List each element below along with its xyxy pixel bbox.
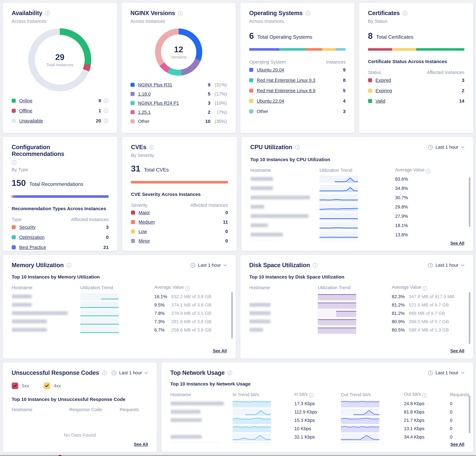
hostname-blurred[interactable] (12, 311, 80, 316)
card-subtitle: By Severity (131, 153, 228, 158)
major-link[interactable]: Major (138, 210, 150, 215)
os-link[interactable]: Ubuntu 20.04 (257, 67, 284, 73)
hostname-blurred[interactable] (170, 442, 233, 443)
hostname-blurred[interactable] (12, 327, 80, 333)
filter-5xx[interactable]: 5xx (12, 382, 29, 389)
hostname-blurred[interactable] (249, 311, 318, 316)
hostname-blurred[interactable] (250, 232, 320, 238)
expiring-link[interactable]: Expiring (375, 88, 392, 93)
requests-value: 0 (450, 426, 464, 431)
cpu-trend-sparkline (320, 194, 358, 201)
card-title: CVEs (131, 144, 146, 151)
see-all-link[interactable]: See All (450, 241, 464, 246)
info-icon[interactable]: i (149, 145, 154, 150)
hostname-blurred[interactable] (249, 327, 318, 333)
hostname-blurred[interactable] (170, 409, 233, 415)
info-icon[interactable]: i (306, 11, 310, 16)
os-link[interactable]: Red Hat Enterprise Linux 9.3 (257, 78, 315, 83)
version-link[interactable]: NGINX Plus R24 P1 (138, 101, 179, 106)
info-icon[interactable]: i (12, 160, 16, 165)
scrollbar-thumb[interactable] (469, 177, 470, 227)
os-link[interactable]: Ubuntu 22.04 (257, 99, 284, 104)
hostname-blurred[interactable] (12, 319, 80, 325)
offline-link[interactable]: Offline (19, 108, 32, 113)
unavailable-link[interactable]: Unavailable (19, 118, 43, 124)
hostname-blurred[interactable] (250, 176, 320, 182)
info-icon[interactable]: i (102, 371, 107, 375)
hostname-blurred[interactable] (12, 302, 80, 308)
low-link[interactable]: Low (138, 229, 147, 234)
info-icon[interactable]: i (403, 11, 407, 16)
see-all-link[interactable]: See All (213, 348, 227, 353)
optimization-count: 0 (106, 235, 109, 240)
hostname-blurred[interactable] (250, 204, 320, 210)
scrollbar-thumb[interactable] (469, 292, 470, 344)
version-link[interactable]: 1.25.1 (138, 110, 151, 115)
info-icon[interactable]: i (178, 11, 183, 16)
memory-table-header: Hostname Utilization Trend Average Value… (12, 285, 227, 291)
os-count: 9 (343, 67, 346, 73)
expired-link[interactable]: Expired (375, 78, 391, 83)
medium-link[interactable]: Medium (138, 220, 155, 225)
version-link[interactable]: NGINX Plus R31 (138, 82, 172, 87)
table-row: 7.3%281.6 MB of 3.8 GB (12, 318, 227, 326)
valid-link[interactable]: Valid (375, 99, 385, 104)
row-overview: Availability i Across Instances 29 Total… (2, 2, 474, 133)
hostname-blurred[interactable] (250, 195, 320, 201)
security-link[interactable]: Security (19, 225, 36, 230)
info-icon[interactable]: i (422, 393, 426, 398)
hostname-blurred[interactable] (250, 223, 320, 228)
online-link[interactable]: Online (19, 98, 33, 103)
checkbox-5xx[interactable] (12, 382, 18, 389)
best-practice-link[interactable]: Best Practice (19, 245, 46, 250)
donut-center: 29 Total Instances (28, 28, 91, 91)
os-link[interactable]: Red Hat Enterprise Linux 8.9 (257, 88, 315, 93)
time-filter-dropdown[interactable]: Last 1 hour (428, 145, 464, 150)
expiring-count: 2 (462, 88, 464, 93)
hostname-blurred[interactable] (249, 319, 318, 325)
info-icon[interactable]: i (423, 286, 427, 291)
hostname-blurred[interactable] (249, 302, 318, 308)
version-swatch (130, 101, 135, 105)
table-row: 83.6% (250, 175, 464, 184)
info-icon[interactable]: i (313, 263, 317, 268)
disk-average-value: 80.5%588.4 MB of 1.3 GB (392, 328, 464, 333)
info-icon[interactable]: i (228, 371, 232, 375)
scrollbar-thumb[interactable] (231, 292, 233, 339)
see-all-link[interactable]: See All (134, 442, 148, 447)
info-icon[interactable]: i (67, 263, 71, 268)
scrollbar-thumb[interactable] (469, 396, 470, 433)
time-filter-dropdown[interactable]: Last 1 hour (428, 263, 464, 268)
col-affected-instances: Affected Instances (71, 217, 109, 222)
hostname-blurred[interactable] (170, 417, 233, 423)
hostname-blurred[interactable] (170, 434, 233, 440)
info-icon[interactable]: i (426, 169, 430, 173)
info-icon[interactable]: i (104, 99, 108, 103)
time-filter-dropdown[interactable]: Last 1 hour (190, 263, 227, 268)
out-bits-value: 34.4 Kbps (404, 434, 450, 440)
time-filter-dropdown[interactable]: Last 1 hour (428, 370, 464, 376)
info-icon[interactable]: i (185, 286, 189, 291)
hostname-blurred[interactable] (250, 213, 320, 219)
optimization-link[interactable]: Optimization (19, 235, 44, 240)
hostname-blurred[interactable] (12, 294, 80, 300)
hostname-blurred[interactable] (250, 186, 320, 191)
info-icon[interactable]: i (309, 393, 314, 398)
see-all-link[interactable]: See All (450, 442, 464, 447)
info-icon[interactable]: i (104, 119, 108, 123)
minor-link[interactable]: Minor (138, 238, 150, 244)
version-link[interactable]: 1.18.0 (138, 92, 151, 97)
list-item: Expired 3 (368, 75, 465, 85)
hostname-blurred[interactable] (170, 401, 233, 407)
memory-trend-sparkline (80, 302, 119, 309)
page-bottom-scrollbar-track[interactable] (0, 455, 476, 456)
time-filter-dropdown[interactable]: Last 1 hour (111, 370, 148, 376)
filter-4xx[interactable]: 4xx (44, 382, 61, 389)
checkbox-4xx[interactable] (44, 382, 50, 389)
info-icon[interactable]: i (104, 109, 108, 113)
table-row: 16.1%632.2 MB of 3.8 GB (12, 293, 227, 301)
info-icon[interactable]: i (295, 145, 300, 150)
see-all-link[interactable]: See All (450, 348, 464, 353)
availability-card: Availability i Across Instances 29 Total… (2, 2, 117, 133)
info-icon[interactable]: i (45, 11, 50, 16)
